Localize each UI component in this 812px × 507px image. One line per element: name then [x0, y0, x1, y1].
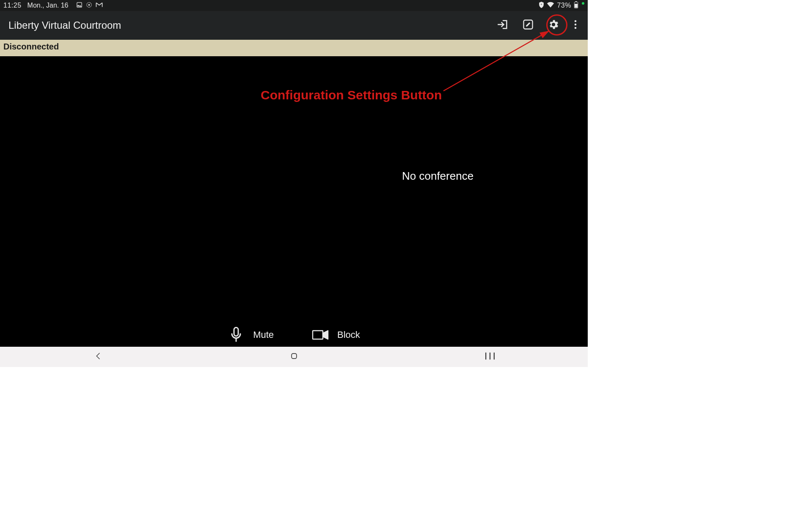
- nav-home[interactable]: [273, 352, 315, 362]
- battery-icon: [574, 1, 578, 10]
- status-left: 11:25 Mon., Jan. 16: [3, 2, 103, 10]
- block-label: Block: [337, 329, 360, 340]
- no-conference-text: No conference: [402, 170, 473, 183]
- active-dot-icon: [582, 2, 584, 5]
- app-title: Liberty Virtual Courtroom: [8, 19, 121, 31]
- image-icon: [76, 2, 83, 10]
- gmail-icon: [96, 2, 103, 9]
- status-time: 11:25: [3, 2, 22, 9]
- block-button[interactable]: Block: [312, 326, 360, 343]
- svg-rect-11: [234, 328, 238, 336]
- mute-label: Mute: [253, 329, 274, 340]
- svg-point-10: [575, 27, 577, 29]
- svg-point-2: [88, 4, 90, 5]
- bottom-action-row: Mute Block: [0, 326, 588, 343]
- svg-text:+: +: [541, 3, 543, 6]
- svg-point-8: [575, 20, 577, 22]
- shield-icon: +: [539, 2, 544, 10]
- enter-icon: [497, 19, 509, 32]
- app-screenshot: 11:25 Mon., Jan. 16 +: [0, 0, 588, 367]
- android-status-bar: 11:25 Mon., Jan. 16 +: [0, 0, 588, 11]
- android-nav-bar: [0, 347, 588, 367]
- gear-icon: [548, 19, 559, 32]
- back-icon: [94, 352, 102, 362]
- dnd-icon: [86, 2, 92, 10]
- nav-recents[interactable]: [469, 352, 511, 362]
- connection-banner: Disconnected: [0, 40, 588, 56]
- svg-rect-5: [575, 1, 577, 2]
- svg-rect-6: [575, 3, 578, 7]
- nav-back[interactable]: [77, 352, 119, 362]
- more-vert-icon: [574, 19, 577, 31]
- video-camera-icon: [312, 326, 329, 343]
- recents-icon: [485, 352, 495, 362]
- svg-rect-12: [313, 331, 323, 339]
- annotation-label: Configuration Settings Button: [261, 88, 442, 102]
- svg-rect-14: [485, 353, 486, 360]
- home-icon: [290, 352, 298, 362]
- battery-percent: 73%: [557, 2, 571, 9]
- svg-point-9: [575, 24, 577, 26]
- svg-rect-15: [489, 353, 490, 360]
- edit-icon: [522, 19, 534, 32]
- connection-status-text: Disconnected: [3, 42, 59, 51]
- app-bar-actions: [495, 18, 579, 33]
- wifi-icon: [547, 2, 554, 9]
- microphone-icon: [228, 326, 245, 343]
- mute-button[interactable]: Mute: [228, 326, 274, 343]
- svg-rect-13: [292, 354, 297, 359]
- settings-button[interactable]: [546, 18, 561, 33]
- status-right: + 73%: [539, 1, 584, 10]
- status-date: Mon., Jan. 16: [28, 2, 69, 9]
- enter-button[interactable]: [495, 18, 510, 33]
- edit-button[interactable]: [521, 18, 535, 33]
- app-bar: Liberty Virtual Courtroom: [0, 11, 588, 40]
- more-button[interactable]: [572, 18, 579, 33]
- svg-rect-16: [493, 353, 494, 360]
- page-whitespace: [0, 367, 812, 507]
